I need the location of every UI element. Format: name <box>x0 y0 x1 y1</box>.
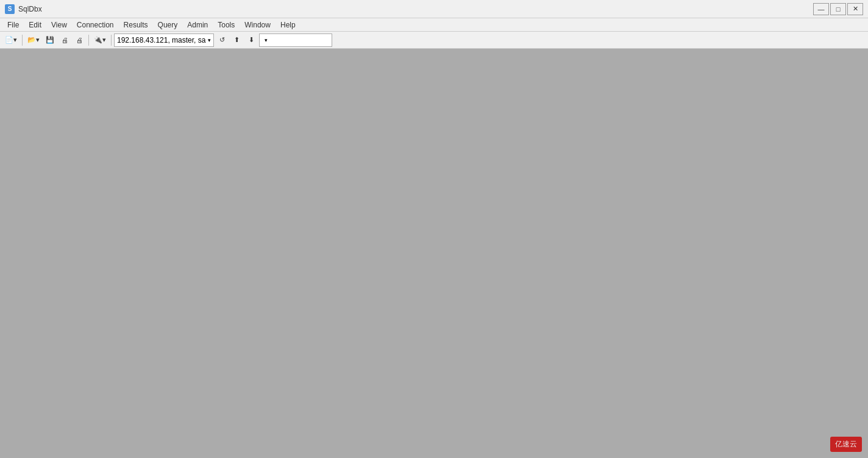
menu-admin[interactable]: Admin <box>182 18 213 31</box>
maximize-button[interactable]: □ <box>830 3 846 15</box>
print2-button[interactable]: 🖨 <box>73 33 86 47</box>
title-bar: S SqlDbx — □ ✕ <box>0 0 868 18</box>
upload-button[interactable]: ⬆ <box>230 33 243 47</box>
menu-window[interactable]: Window <box>240 18 276 31</box>
menu-connection[interactable]: Connection <box>72 18 119 31</box>
sep2 <box>88 35 89 46</box>
close-button[interactable]: ✕ <box>847 3 863 15</box>
connect-button[interactable]: 🔌▾ <box>91 33 108 47</box>
download-button[interactable]: ⬇ <box>244 33 258 47</box>
menu-view[interactable]: View <box>46 18 72 31</box>
dropdown-arrow2: ▾ <box>265 37 268 43</box>
menu-results[interactable]: Results <box>119 18 153 31</box>
menu-tools[interactable]: Tools <box>213 18 240 31</box>
new-button[interactable]: 📄▾ <box>2 33 20 47</box>
menu-file[interactable]: File <box>2 18 24 31</box>
menu-bar: File Edit View Connection Results Query … <box>0 18 868 32</box>
connection-dropdown[interactable]: 192.168.43.121, master, sa ▾ <box>114 33 214 47</box>
window-controls: — □ ✕ <box>813 3 863 15</box>
app-title: SqlDbx <box>18 5 813 13</box>
dropdown-arrow: ▾ <box>208 37 211 43</box>
app-icon: S <box>5 4 15 14</box>
minimize-button[interactable]: — <box>813 3 829 15</box>
print-button[interactable]: 🖨 <box>58 33 71 47</box>
menu-help[interactable]: Help <box>276 18 301 31</box>
main-toolbar: 📄▾ 📂▾ 💾 🖨 🖨 🔌▾ 192.168.43.121, master, s… <box>0 32 868 49</box>
refresh-conn-button[interactable]: ↺ <box>215 33 229 47</box>
db-dropdown-main[interactable]: ▾ <box>259 33 332 47</box>
menu-edit[interactable]: Edit <box>24 18 46 31</box>
sep3 <box>111 35 112 46</box>
open-button[interactable]: 📂▾ <box>25 33 42 47</box>
sep1 <box>22 35 23 46</box>
connection-value: 192.168.43.121, master, sa <box>117 36 205 44</box>
menu-query[interactable]: Query <box>153 18 183 31</box>
save-button[interactable]: 💾 <box>43 33 57 47</box>
